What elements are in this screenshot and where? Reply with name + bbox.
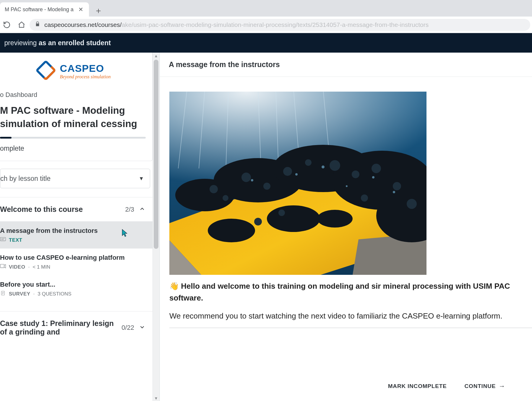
lesson-title: A message from the instructors bbox=[0, 227, 148, 235]
scrollbar-thumb[interactable] bbox=[154, 60, 158, 249]
preview-text: previewing as an enrolled student bbox=[2, 39, 111, 47]
svg-point-49 bbox=[295, 173, 298, 176]
chapter-count: 0/22 bbox=[121, 324, 134, 332]
sidebar-container: CASPEO Beyond process simulation o Dashb… bbox=[0, 53, 160, 401]
text-icon bbox=[0, 237, 6, 243]
lesson-meta: SURVEY · 3 QUESTIONS bbox=[0, 291, 148, 297]
logo: CASPEO Beyond process simulation bbox=[0, 60, 146, 82]
svg-point-37 bbox=[330, 160, 340, 171]
lesson-search-dropdown[interactable]: ch by lesson title ▼ bbox=[0, 169, 150, 188]
svg-point-38 bbox=[352, 171, 359, 178]
dashboard-link[interactable]: o Dashboard bbox=[0, 91, 146, 99]
intro-paragraph: We recommend you to start watching the n… bbox=[169, 310, 532, 322]
url-text: caspeocourses.net/courses/ake/usim-pac-s… bbox=[44, 21, 429, 28]
svg-point-28 bbox=[267, 205, 320, 232]
svg-point-33 bbox=[241, 173, 251, 182]
lesson-content: A message from the instructors bbox=[160, 53, 532, 401]
lesson-type: SURVEY bbox=[9, 291, 30, 297]
logo-brand: CASPEO bbox=[60, 63, 111, 74]
svg-point-43 bbox=[278, 210, 285, 216]
lock-icon bbox=[35, 21, 40, 28]
progress-fill bbox=[0, 137, 12, 139]
svg-rect-2 bbox=[0, 237, 6, 241]
logo-mark-icon bbox=[35, 60, 56, 82]
lesson-title: Before you start... bbox=[0, 281, 148, 288]
course-summary-card: CASPEO Beyond process simulation o Dashb… bbox=[0, 53, 153, 161]
chevron-down-icon: ▼ bbox=[139, 176, 144, 182]
lesson-duration: < 1 MIN bbox=[33, 264, 50, 270]
svg-point-36 bbox=[305, 159, 312, 166]
svg-point-39 bbox=[372, 164, 381, 173]
course-sidebar: CASPEO Beyond process simulation o Dashb… bbox=[0, 53, 153, 401]
course-title: M PAC software - Modeling simulation of … bbox=[0, 104, 146, 130]
lesson-question-count: 3 QUESTIONS bbox=[38, 291, 71, 297]
svg-point-44 bbox=[254, 218, 262, 225]
svg-point-34 bbox=[263, 183, 270, 190]
lesson-text: 👋 Hello and welcome to this training on … bbox=[169, 280, 532, 328]
home-button[interactable] bbox=[15, 18, 28, 32]
wave-icon: 👋 bbox=[169, 282, 179, 290]
svg-point-31 bbox=[210, 185, 218, 193]
chapter: Welcome to this course 2/3 A message fro… bbox=[0, 197, 153, 302]
welcome-heading: Hello and welcome to this training on mo… bbox=[169, 282, 510, 302]
svg-point-45 bbox=[251, 179, 253, 181]
survey-icon bbox=[0, 291, 6, 297]
svg-point-35 bbox=[283, 167, 292, 176]
address-bar[interactable]: caspeocourses.net/courses/ake/usim-pac-s… bbox=[30, 19, 530, 31]
scroll-down-icon[interactable]: ▾ bbox=[153, 395, 159, 401]
arrow-right-icon: → bbox=[499, 382, 505, 390]
svg-point-40 bbox=[393, 182, 401, 190]
lesson-meta: VIDEO · < 1 MIN bbox=[0, 264, 148, 270]
svg-point-42 bbox=[361, 194, 368, 202]
chapter-title: Case study 1: Preliminary lesign of a gr… bbox=[0, 319, 117, 336]
svg-rect-1 bbox=[37, 61, 55, 79]
svg-marker-6 bbox=[4, 264, 6, 268]
svg-point-41 bbox=[407, 199, 417, 209]
chapter: Case study 1: Preliminary lesign of a gr… bbox=[0, 311, 153, 344]
lesson-item[interactable]: Before you start... SURVEY · 3 QUESTIONS bbox=[0, 275, 153, 302]
lesson-title: How to use CASPEO e-learning platform bbox=[0, 254, 148, 262]
browser-toolbar: caspeocourses.net/courses/ake/usim-pac-s… bbox=[0, 17, 532, 33]
progress-bar bbox=[0, 137, 146, 139]
hero-image bbox=[169, 92, 426, 275]
lesson-item[interactable]: How to use CASPEO e-learning platform VI… bbox=[0, 249, 153, 275]
svg-rect-0 bbox=[37, 61, 55, 79]
lesson-meta: TEXT bbox=[0, 237, 148, 243]
svg-rect-5 bbox=[0, 264, 4, 268]
tab-strip: M PAC software - Modeling a ✕ ＋ bbox=[0, 0, 532, 17]
search-placeholder: ch by lesson title bbox=[0, 175, 51, 183]
svg-point-50 bbox=[393, 191, 395, 193]
browser-chrome: M PAC software - Modeling a ✕ ＋ caspeoco… bbox=[0, 0, 532, 33]
progress-label: omplete bbox=[0, 145, 146, 152]
chevron-up-icon bbox=[139, 206, 145, 213]
lesson-item[interactable]: A message from the instructors TEXT bbox=[0, 222, 153, 249]
chapter-header[interactable]: Case study 1: Preliminary lesign of a gr… bbox=[0, 311, 153, 344]
preview-banner: previewing as an enrolled student bbox=[0, 33, 532, 53]
video-icon bbox=[0, 264, 6, 270]
svg-point-32 bbox=[223, 195, 228, 201]
lesson-body: 👋 Hello and welcome to this training on … bbox=[160, 77, 532, 401]
page-title: A message from the instructors bbox=[160, 53, 532, 77]
lesson-type: VIDEO bbox=[9, 264, 25, 270]
close-icon[interactable]: ✕ bbox=[78, 6, 84, 13]
continue-button[interactable]: CONTINUE → bbox=[465, 382, 505, 390]
tab-title: M PAC software - Modeling a bbox=[5, 7, 74, 13]
browser-tab[interactable]: M PAC software - Modeling a ✕ bbox=[0, 2, 89, 17]
logo-tagline: Beyond process simulation bbox=[60, 74, 111, 79]
lesson-footer: MARK INCOMPLETE CONTINUE → bbox=[160, 371, 532, 401]
lesson-type: TEXT bbox=[9, 237, 22, 243]
sidebar-scrollbar[interactable]: ▴ ▾ bbox=[153, 53, 160, 401]
chapter-count: 2/3 bbox=[125, 206, 134, 213]
svg-point-48 bbox=[346, 185, 348, 187]
chevron-down-icon bbox=[139, 324, 145, 332]
new-tab-button[interactable]: ＋ bbox=[92, 5, 105, 17]
scroll-up-icon[interactable]: ▴ bbox=[153, 53, 159, 59]
svg-point-30 bbox=[317, 210, 353, 228]
app-body: CASPEO Beyond process simulation o Dashb… bbox=[0, 53, 532, 401]
reload-button[interactable] bbox=[0, 18, 14, 32]
chapter-title: Welcome to this course bbox=[0, 205, 120, 214]
mark-incomplete-button[interactable]: MARK INCOMPLETE bbox=[388, 383, 447, 389]
chapter-header[interactable]: Welcome to this course 2/3 bbox=[0, 197, 153, 222]
svg-point-29 bbox=[208, 219, 255, 242]
svg-point-46 bbox=[322, 165, 325, 168]
